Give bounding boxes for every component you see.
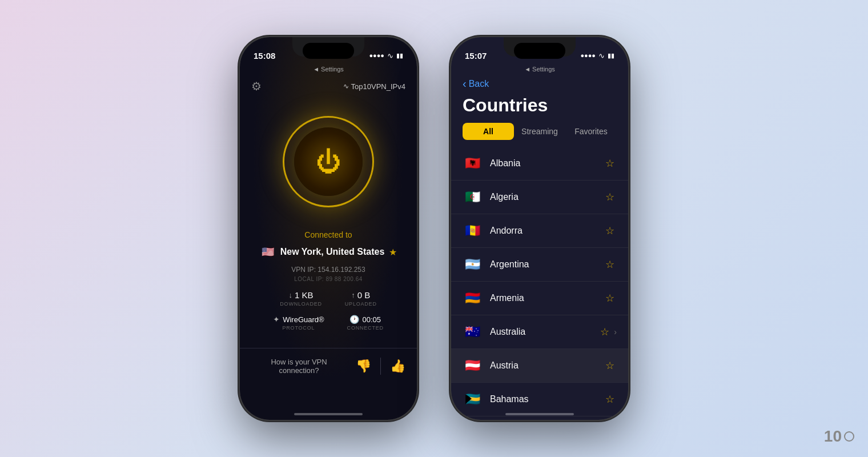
country-item-bangladesh[interactable]: 🇧🇩 Bangladesh ☆ › <box>451 416 628 420</box>
bahamas-name: Bahamas <box>490 394 605 404</box>
australia-chevron-icon: › <box>614 327 617 336</box>
albania-name: Albania <box>490 158 605 169</box>
dynamic-island <box>303 43 354 59</box>
right-screen: 15:07 ●●●● ∿ ▮▮ ◄ Settings ‹ Back Countr… <box>451 37 628 420</box>
thumbs-up-icon[interactable]: 👍 <box>390 359 405 374</box>
countries-title: Countries <box>451 90 628 123</box>
albania-star[interactable]: ☆ <box>605 157 614 170</box>
power-circle-inner[interactable]: ⏻ <box>294 127 363 196</box>
austria-name: Austria <box>490 360 605 371</box>
location-name: New York, United States <box>280 247 385 257</box>
us-flag: 🇺🇸 <box>260 244 276 260</box>
back-arrow-icon[interactable]: ‹ <box>463 77 467 90</box>
location-row: 🇺🇸 New York, United States ★ <box>260 244 397 260</box>
country-item-albania[interactable]: 🇦🇱 Albania ☆ <box>451 147 628 181</box>
connected-time-value: 🕐 00:05 <box>349 315 381 324</box>
country-item-algeria[interactable]: 🇩🇿 Algeria ☆ <box>451 181 628 214</box>
protocol-item: ✦ WireGuard® PROTOCOL <box>273 315 324 331</box>
algeria-name: Algeria <box>490 192 605 202</box>
stats-row: ↓ 1 KB DOWNLOADED ↑ 0 B UPLOADED <box>240 290 417 307</box>
right-status-icons: ●●●● ∿ ▮▮ <box>580 51 614 60</box>
right-status-time: 15:07 <box>465 51 487 61</box>
left-screen: 15:08 ●●●● ∿ ▮▮ ◄ Settings ⚙ ∿ Top10VPN_… <box>240 37 417 420</box>
austria-star[interactable]: ☆ <box>605 359 614 372</box>
connected-time-item: 🕐 00:05 CONNECTED <box>347 315 384 331</box>
andorra-name: Andorra <box>490 226 605 236</box>
andorra-flag: 🇦🇩 <box>463 221 482 240</box>
country-list: 🇦🇱 Albania ☆ 🇩🇿 Algeria ☆ 🇦🇩 Andorra ☆ 🇦… <box>451 147 628 420</box>
algeria-flag: 🇩🇿 <box>463 187 482 207</box>
wifi-name: Top10VPN_IPv4 <box>351 82 405 91</box>
wifi-label: ∿ Top10VPN_IPv4 <box>343 82 405 91</box>
country-item-argentina[interactable]: 🇦🇷 Argentina ☆ <box>451 248 628 282</box>
sub-status-left: ◄ Settings <box>240 66 417 75</box>
protocol-value: ✦ WireGuard® <box>273 315 324 324</box>
wireguard-icon: ✦ <box>273 315 280 324</box>
right-phone: 15:07 ●●●● ∿ ▮▮ ◄ Settings ‹ Back Countr… <box>451 37 628 420</box>
country-item-austria[interactable]: 🇦🇹 Austria ☆ <box>451 349 628 383</box>
downloaded-label: DOWNLOADED <box>280 301 322 307</box>
battery-icon: ▮▮ <box>396 52 403 59</box>
tab-all[interactable]: All <box>463 123 514 140</box>
right-wifi-icon: ∿ <box>598 51 605 60</box>
left-phone: 15:08 ●●●● ∿ ▮▮ ◄ Settings ⚙ ∿ Top10VPN_… <box>240 37 417 420</box>
australia-name: Australia <box>490 327 600 337</box>
uploaded-value: ↑ 0 B <box>351 290 370 300</box>
clock-icon: 🕐 <box>349 315 359 324</box>
power-circle-outer[interactable]: ⏻ <box>283 116 374 207</box>
algeria-star[interactable]: ☆ <box>605 191 614 203</box>
connected-label: Connected to <box>304 230 352 239</box>
bahamas-star[interactable]: ☆ <box>605 393 614 406</box>
local-ip: LOCAL IP: 89 88 200.64 <box>294 276 363 282</box>
power-icon[interactable]: ⏻ <box>316 149 341 174</box>
right-dynamic-island <box>514 43 565 59</box>
tabs-row: All Streaming Favorites <box>451 123 628 147</box>
home-indicator <box>294 413 363 415</box>
tab-streaming[interactable]: Streaming <box>514 123 565 140</box>
argentina-flag: 🇦🇷 <box>463 255 482 274</box>
back-navigation[interactable]: ‹ Back <box>451 75 628 90</box>
left-header: ⚙ ∿ Top10VPN_IPv4 <box>240 75 417 93</box>
right-battery-icon: ▮▮ <box>608 52 614 59</box>
thumbs-down-icon[interactable]: 👎 <box>356 359 371 374</box>
country-item-andorra[interactable]: 🇦🇩 Andorra ☆ <box>451 214 628 248</box>
right-sub-status: ◄ Settings <box>451 66 628 75</box>
downloaded-stat: ↓ 1 KB DOWNLOADED <box>280 290 322 307</box>
connection-info: Connected to 🇺🇸 New York, United States … <box>240 217 417 282</box>
status-icons: ●●●● ∿ ▮▮ <box>369 51 403 60</box>
wifi-icon: ∿ <box>387 51 393 60</box>
vpn-ip: VPN IP: 154.16.192.253 <box>291 266 365 274</box>
watermark-text: 10 <box>824 427 842 446</box>
feedback-text: How is your VPN connection? <box>251 358 347 375</box>
watermark: 10 <box>824 427 854 446</box>
download-arrow-icon: ↓ <box>289 291 293 299</box>
country-item-armenia[interactable]: 🇦🇲 Armenia ☆ <box>451 282 628 315</box>
tab-favorites[interactable]: Favorites <box>565 123 617 140</box>
country-item-bahamas[interactable]: 🇧🇸 Bahamas ☆ <box>451 383 628 416</box>
signal-icon: ●●●● <box>369 52 384 59</box>
status-time: 15:08 <box>254 51 275 61</box>
right-signal-icon: ●●●● <box>580 52 596 59</box>
right-home-indicator <box>505 413 574 415</box>
protocol-label: PROTOCOL <box>283 325 315 331</box>
feedback-icons: 👎 <box>356 359 371 374</box>
andorra-star[interactable]: ☆ <box>605 225 614 237</box>
uploaded-stat: ↑ 0 B UPLOADED <box>345 290 377 307</box>
australia-star[interactable]: ☆ <box>600 326 609 338</box>
power-button-area[interactable]: ⏻ <box>240 93 417 207</box>
bahamas-flag: 🇧🇸 <box>463 390 482 409</box>
albania-flag: 🇦🇱 <box>463 154 482 173</box>
armenia-flag: 🇦🇲 <box>463 288 482 308</box>
settings-icon[interactable]: ⚙ <box>251 79 262 93</box>
watermark-circle-icon <box>844 431 854 442</box>
back-label[interactable]: Back <box>469 79 489 89</box>
favorite-star-icon[interactable]: ★ <box>389 247 397 258</box>
argentina-star[interactable]: ☆ <box>605 258 614 271</box>
argentina-name: Argentina <box>490 259 605 270</box>
country-item-australia[interactable]: 🇦🇺 Australia ☆ › <box>451 315 628 349</box>
wifi-signal-icon: ∿ <box>343 82 349 90</box>
armenia-star[interactable]: ☆ <box>605 292 614 304</box>
connected-time-label: CONNECTED <box>347 325 384 331</box>
upload-arrow-icon: ↑ <box>351 291 355 299</box>
feedback-divider <box>380 358 381 375</box>
